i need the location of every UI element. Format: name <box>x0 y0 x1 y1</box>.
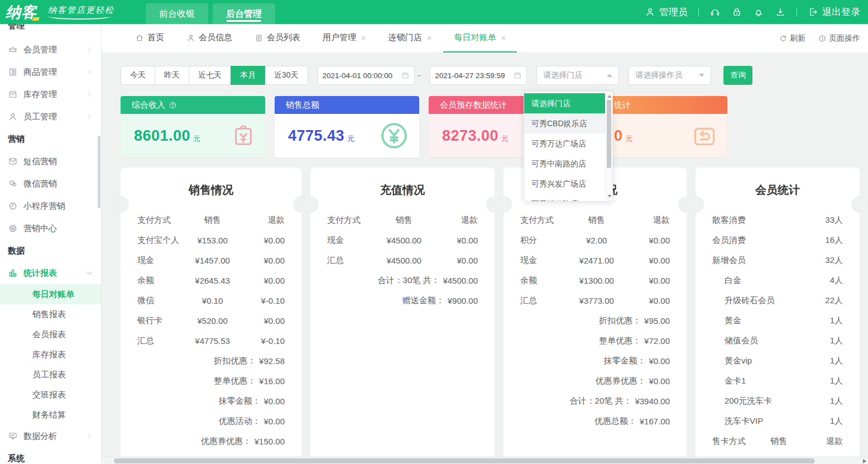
sidebar-item[interactable]: 每日对账单 <box>0 284 101 304</box>
report-panels: 销售情况 支付方式销售退款支付宝个人¥153.00¥0.00现金¥1457.00… <box>121 168 860 464</box>
panel-title: 会员统计 <box>696 181 860 199</box>
dropdown-scrollbar-thumb[interactable] <box>607 100 611 168</box>
date-range-separator: - <box>418 71 421 80</box>
panel-row: 支付宝个人¥153.00¥0.00 <box>121 230 301 250</box>
store-option[interactable]: 可秀万达广场店 <box>524 133 612 154</box>
dropdown-scrollbar[interactable] <box>605 92 612 200</box>
sidebar-item[interactable]: 库存报表 <box>0 345 101 365</box>
panel-row: 新增会员32人 <box>696 250 860 270</box>
headset-icon[interactable] <box>709 7 721 18</box>
question-icon[interactable] <box>169 101 177 109</box>
sidebar-item[interactable]: 员工管理 <box>0 106 101 128</box>
sidebar-item[interactable]: 统计报表 <box>0 262 101 284</box>
sidebar-item[interactable]: 数据分析 <box>0 425 101 447</box>
quick-range-button[interactable]: 近七天 <box>189 66 231 85</box>
horizontal-scrollbar-thumb[interactable] <box>114 458 815 463</box>
sidebar-item[interactable]: 短信营销 <box>0 150 101 173</box>
target-icon <box>8 223 18 233</box>
store-option[interactable]: 可秀解放路店 <box>524 194 612 202</box>
store-dropdown: 请选择门店可秀CBD娱乐店可秀万达广场店可秀中南路的店可秀兴发广场店可秀解放路店 <box>524 91 613 202</box>
sidebar-item[interactable]: 营销中心 <box>0 217 101 240</box>
scroll-down-arrow-icon[interactable] <box>607 195 612 198</box>
bell-icon[interactable] <box>753 7 764 18</box>
quick-range-button[interactable]: 昨天 <box>155 66 189 85</box>
date-to-field[interactable] <box>430 66 527 85</box>
sidebar-item[interactable]: 系统 <box>0 447 101 464</box>
scroll-up-arrow-icon[interactable] <box>607 95 612 98</box>
calendar-icon <box>513 71 522 80</box>
page-tab[interactable]: 首页 <box>124 24 175 52</box>
panel-title: 销售情况 <box>121 181 301 199</box>
panel-row: 微信¥0.10¥-0.10 <box>121 290 301 310</box>
sidebar-item[interactable]: 销售报表 <box>0 304 101 324</box>
sms-icon <box>8 156 18 166</box>
app-header: 纳客 纳客管店更轻松 前台收银后台管理 管理员 退出登录 <box>0 0 868 24</box>
panel-row: 折扣优惠：¥95.00 <box>503 310 687 331</box>
sidebar-scrollbar-thumb[interactable] <box>98 136 100 208</box>
logout-button[interactable]: 退出登录 <box>808 6 860 18</box>
sidebar-item[interactable]: 会员报表 <box>0 324 101 345</box>
sidebar-item[interactable]: 库存管理 <box>0 83 101 106</box>
store-option[interactable]: 可秀CBD娱乐店 <box>524 113 612 133</box>
panel-row: 余额¥1300.00¥0.00 <box>503 270 687 290</box>
page-tab[interactable]: 会员列表 <box>243 24 311 52</box>
download-icon[interactable] <box>775 7 786 18</box>
scroll-right-arrow-icon[interactable] <box>863 459 866 463</box>
panel-consumption: 消费情况 支付方式销售退款积分¥2.00¥0.00现金¥2471.00¥0.00… <box>503 168 687 464</box>
sidebar-item[interactable]: 会员管理 <box>0 39 101 61</box>
search-button[interactable]: 查询 <box>723 66 752 85</box>
page-actions-button[interactable]: 页面操作 <box>818 34 860 44</box>
store-option[interactable]: 可秀兴发广场店 <box>524 174 612 194</box>
sidebar-item[interactable]: 数据 <box>0 240 101 262</box>
panel-row: 黄金vip1人 <box>696 351 860 371</box>
sidebar-item[interactable]: 员工报表 <box>0 365 101 385</box>
page-tab[interactable]: 用户管理× <box>311 24 377 52</box>
panel-row: 200元洗车卡1人 <box>696 391 860 411</box>
card-unit: 元 <box>626 134 633 144</box>
close-tab-icon[interactable]: × <box>427 33 432 42</box>
quick-range-button[interactable]: 今天 <box>121 66 155 85</box>
sidebar-section-clipped: 管理 <box>0 24 101 31</box>
store-select[interactable]: 请选择门店 <box>536 66 619 85</box>
sidebar-item[interactable]: 财务结算 <box>0 405 101 425</box>
chevr-icon <box>86 113 93 120</box>
panel-row: 积分¥2.00¥0.00 <box>503 230 687 250</box>
chevr-icon <box>86 69 93 75</box>
goods-icon <box>8 67 18 77</box>
user-name: 管理员 <box>659 6 688 18</box>
store-option[interactable]: 可秀中南路的店 <box>524 154 612 174</box>
card-value: 8273.00 <box>442 127 498 145</box>
page-tab[interactable]: 会员信息 <box>175 24 243 52</box>
refresh-button[interactable]: 刷新 <box>779 34 805 44</box>
panel-row: 抹零金额：¥0.00 <box>121 391 301 411</box>
panel-row: 金卡11人 <box>696 371 860 391</box>
panel-row: 储值会员1人 <box>696 331 860 351</box>
quick-range-button[interactable]: 近30天 <box>265 66 308 85</box>
horizontal-scrollbar[interactable] <box>102 457 868 464</box>
top-nav-tab[interactable]: 前台收银 <box>146 3 208 24</box>
sidebar-item[interactable]: 小程序营销 <box>0 195 101 217</box>
lock-icon[interactable] <box>731 7 742 18</box>
page-tab[interactable]: 每日对账单× <box>443 24 517 52</box>
user-menu[interactable]: 管理员 <box>645 6 688 18</box>
store-option[interactable]: 请选择门店 <box>524 93 612 113</box>
close-tab-icon[interactable]: × <box>501 33 506 42</box>
filter-bar: 今天昨天近七天本月近30天 - 请选择门店 请选择操作员 查询 <box>121 66 752 85</box>
date-from-input[interactable] <box>323 71 401 80</box>
date-from-field[interactable] <box>318 66 415 85</box>
sidebar-item[interactable]: 商品管理 <box>0 61 101 83</box>
sidebar-item[interactable]: 微信营销 <box>0 173 101 195</box>
date-to-input[interactable] <box>435 71 513 80</box>
page-tab[interactable]: 连锁门店× <box>377 24 443 52</box>
top-nav-tab[interactable]: 后台管理 <box>213 3 275 24</box>
page-actions-icon <box>818 34 827 43</box>
operator-select[interactable]: 请选择操作员 <box>629 66 711 85</box>
chart-icon <box>8 268 18 278</box>
quick-range-button[interactable]: 本月 <box>231 66 265 85</box>
panel-row: 优惠券优惠：¥0.00 <box>503 371 687 391</box>
panel-row: 余额¥2645.43¥0.00 <box>121 270 301 290</box>
close-tab-icon[interactable]: × <box>361 33 366 42</box>
sidebar-item[interactable]: 营销 <box>0 128 101 150</box>
sidebar-item[interactable]: 交班报表 <box>0 385 101 405</box>
panel-members: 会员统计 散客消费33人会员消费16人新增会员32人白金4人升级砖石会员22人黄… <box>696 168 860 464</box>
